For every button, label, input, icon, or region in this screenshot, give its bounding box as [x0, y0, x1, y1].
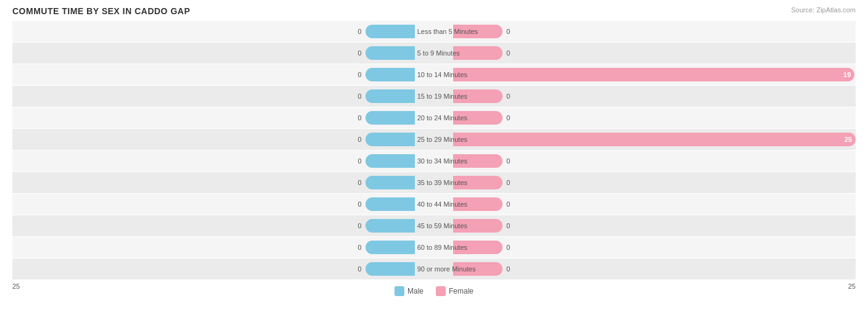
chart-row: 010 to 14 Minutes19 — [12, 64, 856, 85]
female-side: 0 — [451, 46, 856, 60]
row-label: 90 or more Minutes — [417, 265, 451, 273]
row-label: 60 to 89 Minutes — [417, 244, 451, 251]
male-value: 0 — [358, 265, 362, 273]
female-value: 0 — [506, 265, 510, 273]
row-label: Less than 5 Minutes — [417, 28, 451, 35]
bottom-right-label: 25 — [848, 283, 856, 296]
legend-female-label: Female — [449, 287, 474, 295]
female-side: 0 — [451, 262, 856, 276]
male-value: 0 — [358, 28, 362, 35]
row-label: 30 to 34 Minutes — [417, 157, 451, 165]
female-side: 0 — [451, 219, 856, 233]
male-side: 0 — [12, 68, 417, 81]
female-value: 0 — [506, 222, 510, 229]
male-side: 0 — [12, 25, 417, 38]
chart-row: 035 to 39 Minutes0 — [12, 172, 856, 193]
male-value: 0 — [358, 114, 362, 122]
female-value: 0 — [506, 200, 510, 208]
male-side: 0 — [12, 133, 417, 146]
male-bar — [365, 262, 415, 276]
female-side: 0 — [451, 25, 856, 38]
chart-row: 015 to 19 Minutes0 — [12, 86, 856, 107]
bottom-labels: 25 Male Female 25 — [12, 283, 856, 296]
male-bar — [365, 176, 415, 189]
male-bar — [365, 25, 415, 38]
male-bar — [365, 46, 415, 60]
legend: Male Female — [394, 286, 474, 296]
female-inside-value: 25 — [845, 136, 852, 143]
male-side: 0 — [12, 154, 417, 168]
chart-row: 090 or more Minutes0 — [12, 258, 856, 279]
male-value: 0 — [358, 49, 362, 57]
female-side: 0 — [451, 89, 856, 103]
chart-row: 040 to 44 Minutes0 — [12, 194, 856, 215]
male-value: 0 — [358, 157, 362, 165]
male-bar — [365, 133, 415, 146]
male-side: 0 — [12, 262, 417, 276]
male-bar — [365, 68, 415, 81]
female-side: 0 — [451, 111, 856, 125]
row-label: 45 to 59 Minutes — [417, 222, 451, 229]
male-bar — [365, 219, 415, 233]
legend-female-box — [436, 286, 446, 296]
chart-title: COMMUTE TIME BY SEX IN CADDO GAP — [12, 6, 856, 16]
bottom-left-label: 25 — [12, 283, 20, 296]
row-label: 15 to 19 Minutes — [417, 93, 451, 100]
row-label: 25 to 29 Minutes — [417, 136, 451, 143]
legend-male-box — [394, 286, 404, 296]
chart-row: 020 to 24 Minutes0 — [12, 107, 856, 128]
chart-row: 030 to 34 Minutes0 — [12, 151, 856, 171]
female-value: 0 — [506, 244, 510, 251]
chart-area: 0Less than 5 Minutes005 to 9 Minutes0010… — [12, 21, 856, 281]
male-bar — [365, 111, 415, 125]
male-side: 0 — [12, 46, 417, 60]
source-text: Source: ZipAtlas.com — [791, 6, 856, 14]
male-bar — [365, 154, 415, 168]
female-value: 0 — [506, 114, 510, 122]
female-value: 0 — [506, 28, 510, 35]
male-side: 0 — [12, 219, 417, 233]
male-value: 0 — [358, 179, 362, 186]
female-side: 0 — [451, 197, 856, 211]
row-label: 40 to 44 Minutes — [417, 200, 451, 208]
male-bar — [365, 89, 415, 103]
female-side: 0 — [451, 176, 856, 189]
male-bar — [365, 197, 415, 211]
female-side: 0 — [451, 241, 856, 254]
female-value: 0 — [506, 157, 510, 165]
chart-row: 0Less than 5 Minutes0 — [12, 21, 856, 42]
male-side: 0 — [12, 111, 417, 125]
male-value: 0 — [358, 93, 362, 100]
female-bar: 19 — [453, 68, 854, 81]
female-side: 0 — [451, 154, 856, 168]
legend-male: Male — [394, 286, 424, 296]
male-bar — [365, 241, 415, 254]
chart-row: 05 to 9 Minutes0 — [12, 43, 856, 64]
female-inside-value: 19 — [843, 71, 851, 78]
male-value: 0 — [358, 200, 362, 208]
male-side: 0 — [12, 176, 417, 189]
female-bar: 25 — [453, 133, 856, 146]
female-value: 0 — [506, 93, 510, 100]
chart-row: 025 to 29 Minutes25 — [12, 129, 856, 150]
male-value: 0 — [358, 222, 362, 229]
male-value: 0 — [358, 244, 362, 251]
male-side: 0 — [12, 241, 417, 254]
male-value: 0 — [358, 136, 362, 143]
female-value: 0 — [506, 179, 510, 186]
female-side: 25 — [451, 133, 856, 146]
male-side: 0 — [12, 89, 417, 103]
row-label: 5 to 9 Minutes — [417, 49, 451, 57]
female-side: 19 — [451, 68, 856, 81]
row-label: 20 to 24 Minutes — [417, 114, 451, 122]
male-value: 0 — [358, 71, 362, 78]
legend-female: Female — [436, 286, 474, 296]
female-value: 0 — [506, 49, 510, 57]
male-side: 0 — [12, 197, 417, 211]
legend-male-label: Male — [407, 287, 424, 295]
row-label: 35 to 39 Minutes — [417, 179, 451, 186]
chart-container: COMMUTE TIME BY SEX IN CADDO GAP Source:… — [0, 0, 868, 322]
chart-row: 045 to 59 Minutes0 — [12, 215, 856, 236]
row-label: 10 to 14 Minutes — [417, 71, 451, 78]
chart-row: 060 to 89 Minutes0 — [12, 237, 856, 258]
